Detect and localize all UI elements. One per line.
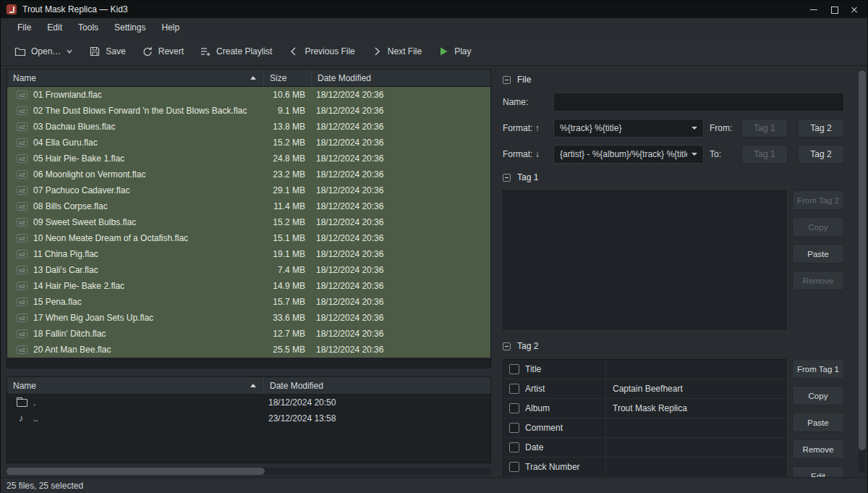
file-name: 18 Fallin' Ditch.flac bbox=[33, 329, 106, 339]
side-button[interactable]: Edit bbox=[792, 466, 844, 477]
to-tag1-button[interactable]: Tag 1 bbox=[741, 145, 788, 164]
folder-row[interactable]: . 18/12/2024 20:50 bbox=[7, 395, 490, 410]
tag1-fields-area[interactable] bbox=[503, 190, 786, 329]
vertical-scrollbar[interactable] bbox=[859, 69, 866, 473]
file-row[interactable]: v2 18 Fallin' Ditch.flac 12.7 MB 18/12/2… bbox=[7, 326, 490, 342]
tag-version-icon: v2 bbox=[17, 282, 27, 290]
tag2-field-row: Track Number bbox=[503, 458, 786, 477]
side-button[interactable]: Remove bbox=[792, 271, 844, 290]
file-size: 14.9 MB bbox=[263, 281, 311, 291]
file-row[interactable]: v2 14 Hair Pie- Bake 2.flac 14.9 MB 18/1… bbox=[7, 278, 490, 294]
file-row[interactable]: v2 13 Dali's Car.flac 7.4 MB 18/12/2024 … bbox=[7, 262, 490, 278]
revert-button[interactable]: Revert bbox=[135, 41, 190, 62]
menu-item[interactable]: Tools bbox=[70, 20, 106, 35]
menu-item[interactable]: Help bbox=[153, 20, 187, 35]
field-value[interactable]: Trout Mask Replica bbox=[606, 403, 786, 413]
file-row[interactable]: v2 06 Moonlight on Vermont.flac 23.2 MB … bbox=[7, 167, 490, 182]
tag2-field-row: Artist Captain Beefheart bbox=[503, 379, 786, 399]
from-tag2-button[interactable]: Tag 2 bbox=[798, 119, 844, 138]
field-value[interactable]: Captain Beefheart bbox=[606, 384, 786, 394]
create-playlist-button[interactable]: Create Playlist bbox=[193, 41, 278, 62]
open-button[interactable]: Open… bbox=[8, 41, 80, 62]
name-label: Name: bbox=[503, 97, 548, 107]
to-tag2-button[interactable]: Tag 2 bbox=[798, 145, 844, 164]
side-button[interactable]: Copy bbox=[792, 217, 844, 237]
column-header-size[interactable]: Size bbox=[263, 69, 311, 86]
file-size: 12.7 MB bbox=[263, 329, 311, 339]
file-row[interactable]: v2 17 When Big Joan Sets Up.flac 33.6 MB… bbox=[7, 310, 490, 326]
format-to-combobox[interactable]: {artist} - %{album}/%{track} %{title} bbox=[553, 145, 704, 164]
save-button[interactable]: Save bbox=[82, 41, 132, 62]
horizontal-scrollbar-handle[interactable] bbox=[7, 468, 265, 475]
column-header-date-modified[interactable]: Date Modified bbox=[311, 69, 490, 86]
file-size: 29.1 MB bbox=[263, 185, 311, 195]
tag-version-icon: v2 bbox=[17, 202, 27, 211]
previous-file-button[interactable]: Previous File bbox=[281, 41, 361, 62]
item-icon bbox=[17, 399, 27, 407]
panel-splitter[interactable] bbox=[7, 368, 491, 376]
collapse-icon[interactable] bbox=[503, 174, 511, 182]
vertical-scrollbar-handle[interactable] bbox=[859, 70, 866, 450]
file-name: 09 Sweet Sweet Bulbs.flac bbox=[33, 217, 136, 227]
app-window: Trout Mask Replica — Kid3 File Edit Tool… bbox=[0, 0, 868, 493]
file-row[interactable]: v2 07 Pachuco Cadaver.flac 29.1 MB 18/12… bbox=[7, 182, 490, 198]
file-row[interactable]: v2 04 Ella Guru.flac 15.2 MB 18/12/2024 … bbox=[7, 135, 490, 151]
file-row[interactable]: v2 01 Frownland.flac 10.6 MB 18/12/2024 … bbox=[7, 87, 490, 103]
tag-version-icon: v2 bbox=[17, 106, 27, 115]
open-button-label: Open… bbox=[31, 46, 61, 56]
folder-row[interactable]: .. 23/12/2024 13:58 bbox=[7, 410, 490, 426]
play-button[interactable]: Play bbox=[431, 41, 477, 62]
menu-item[interactable]: Edit bbox=[39, 20, 70, 35]
file-row[interactable]: v2 09 Sweet Sweet Bulbs.flac 15.2 MB 18/… bbox=[7, 214, 490, 230]
folder-column-header-date-modified[interactable]: Date Modified bbox=[263, 377, 490, 394]
tag-version-icon: v2 bbox=[17, 234, 27, 243]
folder-table-header: Name Date Modified bbox=[7, 377, 490, 395]
save-button-label: Save bbox=[106, 46, 125, 56]
file-row[interactable]: v2 15 Pena.flac 15.7 MB 18/12/2024 20:36 bbox=[7, 294, 490, 310]
tag2-field-row: Comment bbox=[503, 418, 786, 438]
file-row[interactable]: v2 03 Dachau Blues.flac 13.8 MB 18/12/20… bbox=[7, 119, 490, 135]
side-button[interactable]: Copy bbox=[792, 386, 844, 405]
folder-column-header-name[interactable]: Name bbox=[7, 377, 263, 394]
file-row[interactable]: v2 10 Neon Meate Dream of a Octafish.fla… bbox=[7, 230, 490, 246]
field-checkbox[interactable] bbox=[509, 442, 519, 452]
tag1-section-header[interactable]: Tag 1 bbox=[503, 171, 844, 184]
next-file-button[interactable]: Next File bbox=[365, 41, 428, 62]
filename-input[interactable] bbox=[553, 93, 844, 111]
file-date-modified: 18/12/2024 20:36 bbox=[311, 329, 490, 339]
file-row[interactable]: v2 08 Bills Corpse.flac 11.4 MB 18/12/20… bbox=[7, 198, 490, 214]
field-checkbox[interactable] bbox=[509, 384, 519, 394]
side-button[interactable]: Remove bbox=[792, 439, 844, 459]
menu-item[interactable]: Settings bbox=[106, 20, 153, 35]
field-checkbox[interactable] bbox=[509, 364, 519, 374]
side-button[interactable]: From Tag 2 bbox=[792, 190, 844, 210]
sort-ascending-icon bbox=[250, 76, 256, 80]
format-from-combobox[interactable]: %{track} %{title} bbox=[553, 119, 704, 138]
format-to-row: Format: ↓ {artist} - %{album}/%{track} %… bbox=[503, 145, 844, 164]
column-header-name[interactable]: Name bbox=[7, 69, 263, 86]
from-tag1-button[interactable]: Tag 1 bbox=[741, 119, 788, 138]
side-button[interactable]: Paste bbox=[792, 413, 844, 432]
file-row[interactable]: v2 05 Hair Pie- Bake 1.flac 24.8 MB 18/1… bbox=[7, 151, 490, 167]
horizontal-scrollbar-track[interactable] bbox=[7, 468, 491, 475]
tag2-section-header[interactable]: Tag 2 bbox=[503, 340, 844, 353]
maximize-button[interactable] bbox=[830, 5, 838, 14]
file-section-header[interactable]: File bbox=[503, 73, 844, 86]
field-checkbox[interactable] bbox=[509, 423, 519, 433]
field-checkbox[interactable] bbox=[509, 403, 519, 413]
file-row[interactable]: v2 11 China Pig.flac 19.1 MB 18/12/2024 … bbox=[7, 246, 490, 262]
collapse-icon[interactable] bbox=[503, 76, 511, 84]
menu-bar: File Edit Tools Settings Help bbox=[1, 18, 867, 37]
file-row[interactable]: v2 02 The Dust Blows Forward 'n the Dust… bbox=[7, 103, 490, 119]
chevron-right-icon bbox=[371, 46, 383, 57]
collapse-icon[interactable] bbox=[503, 342, 511, 350]
field-checkbox[interactable] bbox=[509, 462, 519, 472]
file-name: 11 China Pig.flac bbox=[33, 249, 98, 259]
minimize-button[interactable] bbox=[809, 5, 818, 14]
menu-item[interactable]: File bbox=[9, 20, 39, 35]
file-row[interactable]: v2 20 Ant Man Bee.flac 25.5 MB 18/12/202… bbox=[7, 342, 490, 358]
close-button[interactable] bbox=[850, 5, 859, 14]
side-button[interactable]: Paste bbox=[792, 244, 844, 264]
file-date-modified: 18/12/2024 20:36 bbox=[311, 106, 490, 116]
side-button[interactable]: From Tag 1 bbox=[792, 359, 844, 379]
